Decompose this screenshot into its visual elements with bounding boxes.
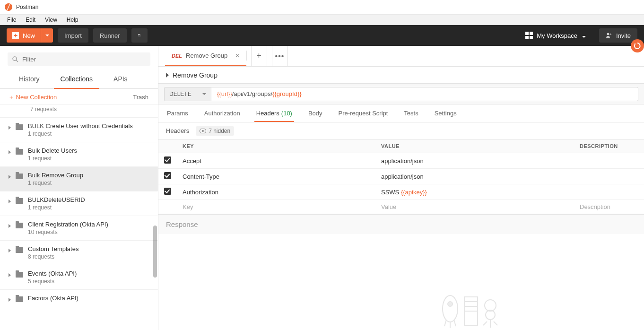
new-button[interactable]: New (7, 28, 41, 43)
list-item[interactable]: BULKDeleteUSERID1 request (0, 191, 158, 216)
item-sub: 1 request (28, 180, 83, 186)
key-placeholder[interactable]: Key (177, 200, 375, 214)
folder-icon (16, 223, 23, 228)
url-input[interactable]: {{url}}/api/v1/groups/{{groupId}} (211, 87, 638, 101)
sync-button[interactable] (631, 39, 644, 52)
list-item[interactable]: BULK Create User without Credentials1 re… (0, 118, 158, 142)
scrollbar[interactable] (153, 226, 157, 278)
workspace-selector[interactable]: My Workspace (525, 32, 586, 39)
menu-help[interactable]: Help (62, 16, 83, 24)
header-desc[interactable] (574, 184, 644, 200)
menu-file[interactable]: File (3, 16, 20, 24)
folder-icon (16, 296, 23, 302)
svg-line-17 (494, 321, 497, 325)
grid-icon (525, 32, 533, 39)
svg-point-14 (485, 300, 496, 311)
app-title: Postman (16, 4, 38, 10)
header-desc[interactable] (574, 169, 644, 184)
invite-button[interactable]: + Invite (599, 28, 637, 43)
request-tab[interactable]: DEL Remove Group × (165, 46, 246, 66)
capture-button[interactable]: + (131, 28, 148, 43)
caret-right-icon[interactable] (166, 73, 169, 78)
hidden-count: 7 hidden (209, 128, 230, 134)
main-panel: DEL Remove Group × + ••• Remove Group DE… (158, 46, 644, 330)
header-value[interactable]: application/json (375, 153, 574, 169)
caret-right-icon (9, 298, 11, 302)
tab-tests[interactable]: Tests (403, 105, 419, 122)
tab-history[interactable]: History (9, 70, 50, 88)
item-name: Factors (Okta API) (28, 295, 78, 302)
chevron-down-icon (581, 32, 586, 39)
tab-prerequest[interactable]: Pre-request Script (338, 105, 389, 122)
request-name: Remove Group (173, 71, 218, 79)
desc-placeholder[interactable]: Description (574, 200, 644, 214)
trash-link[interactable]: Trash (133, 94, 148, 101)
caret-right-icon (9, 224, 11, 228)
value-placeholder[interactable]: Value (375, 200, 574, 214)
plus-icon (12, 32, 19, 39)
sidebar: History Collections APIs + New Collectio… (0, 46, 158, 330)
list-item[interactable]: Bulk Delete Users1 request (0, 142, 158, 167)
request-tabs: DEL Remove Group × + ••• (158, 46, 644, 67)
table-row[interactable]: Key Value Description (158, 200, 644, 214)
item-name: Bulk Remove Group (28, 172, 83, 179)
sync-icon (634, 42, 641, 50)
header-key[interactable]: Content-Type (177, 169, 375, 184)
folder-icon (16, 124, 23, 130)
checkbox-checked-icon[interactable] (164, 156, 171, 164)
list-item[interactable]: Custom Templates8 requests (0, 241, 158, 265)
item-sub: 10 requests (28, 229, 108, 235)
list-item[interactable]: Events (Okta API)5 requests (0, 265, 158, 290)
tab-settings[interactable]: Settings (434, 105, 458, 122)
value-text: SSWS (381, 189, 401, 196)
tab-apis[interactable]: APIs (103, 70, 138, 88)
caret-right-icon (9, 200, 11, 203)
folder-icon (16, 198, 23, 204)
folder-icon (16, 247, 23, 253)
tab-body[interactable]: Body (307, 105, 323, 122)
table-row[interactable]: Accept application/json (158, 153, 644, 169)
tab-authorization[interactable]: Authorization (203, 105, 241, 122)
tab-params[interactable]: Params (166, 105, 189, 122)
window-icon: + (138, 32, 141, 39)
hidden-headers-toggle[interactable]: 7 hidden (196, 126, 234, 136)
menu-view[interactable]: View (41, 16, 61, 24)
person-plus-icon: + (606, 32, 612, 39)
table-row[interactable]: Authorization SSWS {{apikey}} (158, 184, 644, 200)
item-sub: 1 request (28, 155, 77, 162)
close-icon[interactable]: × (235, 52, 239, 60)
header-value[interactable]: application/json (375, 169, 574, 184)
header-key[interactable]: Accept (177, 153, 375, 169)
checkbox-checked-icon[interactable] (164, 188, 171, 195)
filter-input[interactable] (8, 52, 150, 66)
eye-icon (200, 129, 206, 133)
new-label: New (23, 32, 35, 39)
tab-collections[interactable]: Collections (50, 70, 103, 88)
checkbox-checked-icon[interactable] (164, 172, 171, 179)
runner-button[interactable]: Runner (93, 28, 127, 43)
tab-headers[interactable]: Headers(10) (255, 105, 293, 122)
new-tab-button[interactable]: + (251, 46, 267, 66)
table-row[interactable]: Content-Type application/json (158, 169, 644, 184)
list-item[interactable]: Bulk Remove Group1 request (0, 167, 158, 191)
header-value[interactable]: SSWS {{apikey}} (375, 184, 574, 200)
value-var: {{apikey}} (401, 189, 427, 196)
new-dropdown[interactable] (41, 28, 53, 43)
import-button[interactable]: Import (58, 28, 88, 43)
tab-options-button[interactable]: ••• (272, 46, 288, 66)
tab-title: Remove Group (186, 52, 227, 59)
list-item[interactable]: 7 requests (0, 105, 158, 118)
method-selector[interactable]: DELETE (164, 87, 211, 101)
item-name: BULKDeleteUSERID (28, 196, 85, 203)
list-item[interactable]: Factors (Okta API) (0, 290, 158, 307)
search-icon (12, 56, 18, 62)
new-collection-button[interactable]: + New Collection (9, 94, 57, 101)
header-key[interactable]: Authorization (177, 184, 375, 200)
item-name: Client Registration (Okta API) (28, 221, 108, 228)
header-desc[interactable] (574, 153, 644, 169)
list-item[interactable]: Client Registration (Okta API)10 request… (0, 216, 158, 241)
filter-field[interactable] (22, 56, 146, 63)
menu-edit[interactable]: Edit (21, 16, 40, 24)
headers-table: KEY VALUE DESCRIPTION Accept application… (158, 139, 644, 214)
svg-point-3 (607, 33, 609, 35)
